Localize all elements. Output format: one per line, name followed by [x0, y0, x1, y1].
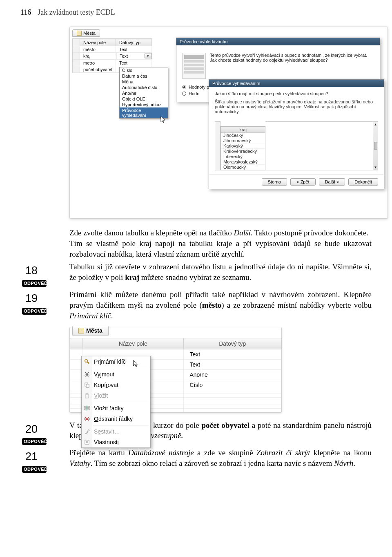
answer-badge: ODPOVĚĎ [22, 438, 47, 445]
answer-21-text: Přejděte na kartu Databázové nástroje a … [69, 447, 372, 469]
figure-access-context-menu: Města Název pole Datový typ Text Text An… [69, 327, 282, 413]
scissors-icon [83, 371, 91, 377]
field-type[interactable]: Text [184, 359, 281, 369]
menu-cut[interactable]: Vyjmout [82, 369, 150, 380]
wizard-option-label: Hodn [189, 91, 199, 96]
menu-properties[interactable]: Vlastnosti [82, 437, 150, 447]
table-icon [78, 328, 84, 333]
dialog-title: Průvodce vyhledáváním [176, 38, 380, 45]
datatype-option[interactable]: Číslo [120, 67, 168, 73]
wizard-button-row: Storno < Zpět Další > Dokončit [209, 174, 384, 189]
col-header-name: Název pole [80, 39, 116, 46]
build-icon [83, 429, 91, 434]
page-title: Jak zvládnout testy ECDL [38, 8, 115, 17]
list-item[interactable]: Karlovský [221, 143, 265, 149]
list-item[interactable]: Jihomoravský [221, 138, 265, 143]
field-name[interactable]: město [80, 46, 116, 53]
datatype-option[interactable]: Datum a čas [120, 73, 168, 79]
answer-18-text: Tabulku si již otevřete v zobrazení dato… [69, 262, 372, 283]
datatype-option[interactable]: Automatické číslo [120, 85, 168, 90]
col-header-type: Datový typ [116, 39, 151, 46]
field-name[interactable]: metro [80, 60, 116, 66]
scrollbar[interactable]: ▲ ▼ [373, 122, 378, 170]
answer-19-text: Primární klíč můžete danému poli přiřadi… [69, 289, 372, 321]
datatype-option[interactable]: Hypertextový odkaz [120, 102, 168, 107]
key-icon [83, 359, 91, 365]
answer-number: 19 [25, 291, 69, 306]
table-icon [77, 31, 82, 36]
wizard-intro: Tento průvodce vytvoří vyhledávací sloup… [210, 53, 374, 79]
wizard-preview: Tento průvodce vytvoří vyhledávací sloup… [182, 53, 374, 79]
page-number: 116 [20, 8, 31, 17]
field-type[interactable]: Text [184, 349, 281, 359]
col-header-type: Datový typ [184, 338, 281, 349]
figure-access-lookup-wizard: Města Název pole Datový typ městoText kr… [69, 27, 388, 219]
col-header-name: Název pole [82, 338, 184, 349]
wizard-column-preview[interactable]: kraj Jihočeský Jihomoravský Karlovský Kr… [220, 126, 265, 170]
field-type[interactable]: Text [116, 46, 151, 53]
table-tab-label: Města [83, 31, 96, 36]
wizard-question: Jakou šířku mají mít sloupce prvku vyhle… [215, 91, 378, 96]
table-tab-label: Města [86, 327, 102, 334]
field-type[interactable]: Text [116, 60, 151, 66]
answer-badge: ODPOVĚĎ [22, 308, 47, 315]
svg-rect-11 [85, 440, 89, 444]
menu-insert-rows[interactable]: Vložit řádky [82, 403, 150, 414]
column-header[interactable]: kraj [221, 127, 265, 133]
mouse-cursor-icon [133, 360, 139, 367]
field-type[interactable]: Ano/ne [184, 369, 281, 380]
field-type[interactable]: Text [120, 54, 128, 58]
answer-number: 20 [25, 422, 69, 437]
menu-paste[interactable]: Vložit [82, 390, 150, 401]
dialog-title: Průvodce vyhledáváním [209, 80, 384, 87]
field-type[interactable]: Číslo [184, 380, 281, 390]
datatype-dropdown[interactable]: Číslo Datum a čas Měna Automatické číslo… [119, 67, 168, 119]
table-tab-mesta[interactable]: Města [72, 29, 100, 37]
svg-rect-4 [86, 384, 89, 387]
page-header: 116 Jak zvládnout testy ECDL [20, 8, 372, 17]
answer-badge: ODPOVĚĎ [22, 280, 47, 287]
list-item[interactable]: Jihočeský [221, 133, 265, 138]
answer-number: 18 [25, 263, 69, 278]
menu-build[interactable]: Sestavit… [82, 426, 150, 437]
table-tab-mesta[interactable]: Města [72, 326, 109, 336]
field-name[interactable]: počet obyvatel [80, 66, 116, 73]
list-item[interactable]: Liberecký [221, 154, 265, 159]
datatype-option[interactable]: Ano/ne [120, 90, 168, 96]
svg-point-10 [88, 429, 89, 431]
dropdown-button[interactable]: ▾ [145, 54, 151, 58]
paragraph-intro: Zde zvolte danou tabulku a klepněte opět… [69, 228, 372, 259]
finish-button[interactable]: Dokončit [348, 178, 378, 186]
cancel-button[interactable]: Storno [262, 178, 287, 186]
lookup-wizard-dialog-2: Průvodce vyhledáváním Jakou šířku mají m… [209, 79, 384, 189]
properties-icon [83, 439, 91, 445]
list-item[interactable]: Královéhradecký [221, 149, 265, 154]
back-button[interactable]: < Zpět [290, 178, 316, 186]
wizard-hint: Šířku sloupce nastavíte přetažením pravé… [215, 99, 378, 114]
datatype-option[interactable]: Objekt OLE [120, 96, 168, 102]
menu-copy[interactable]: Kopírovat [82, 380, 150, 390]
mouse-cursor-icon [160, 116, 166, 123]
answer-number: 21 [25, 449, 69, 464]
copy-icon [83, 382, 91, 388]
field-name[interactable]: kraj [80, 53, 116, 60]
paste-icon [83, 393, 91, 398]
next-button[interactable]: Další > [319, 178, 345, 186]
menu-primary-key[interactable]: Primární klíč [82, 356, 150, 367]
list-item[interactable]: Moravskoslezský [221, 159, 265, 165]
svg-rect-6 [86, 393, 88, 394]
context-menu: Primární klíč Vyjmout Kopírovat Vložit [81, 356, 151, 448]
insert-rows-icon [83, 405, 91, 411]
answer-badge: ODPOVĚĎ [22, 466, 47, 473]
datatype-option[interactable]: Měna [120, 79, 168, 85]
list-item[interactable]: Olomoucký [221, 165, 265, 170]
menu-delete-rows[interactable]: Odstranit řádky [82, 414, 150, 424]
delete-rows-icon [83, 416, 91, 422]
